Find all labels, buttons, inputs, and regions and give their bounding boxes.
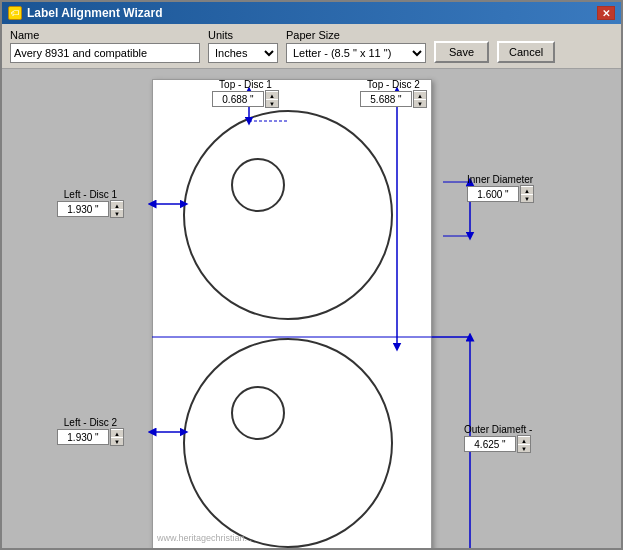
top-disc1-input[interactable] xyxy=(212,91,264,107)
window-title: Label Alignment Wizard xyxy=(27,6,162,20)
top-disc2-group: Top - Disc 2 ▲ ▼ xyxy=(360,79,427,108)
name-input[interactable] xyxy=(10,43,200,63)
paper-label: Paper Size xyxy=(286,29,426,41)
outer-diameter-down[interactable]: ▼ xyxy=(518,444,530,452)
left-disc1-up[interactable]: ▲ xyxy=(111,201,123,209)
inner-diameter-input[interactable] xyxy=(467,186,519,202)
inner-diameter-up[interactable]: ▲ xyxy=(521,186,533,194)
left-disc2-label: Left - Disc 2 xyxy=(64,417,117,428)
title-bar: 🏷 Label Alignment Wizard ✕ xyxy=(2,2,621,24)
paper-preview xyxy=(152,79,432,548)
name-field-group: Name xyxy=(10,29,200,63)
main-window: 🏷 Label Alignment Wizard ✕ Name Units In… xyxy=(0,0,623,550)
outer-diameter-labels: Outer Diam eft - xyxy=(464,424,532,435)
toolbar: Name Units Inches Millimeters Paper Size… xyxy=(2,24,621,69)
disc2-outer-circle xyxy=(183,338,393,548)
cancel-button[interactable]: Cancel xyxy=(497,41,555,63)
left-disc2-up[interactable]: ▲ xyxy=(111,429,123,437)
left-disc1-input[interactable] xyxy=(57,201,109,217)
outer-diameter-input[interactable] xyxy=(464,436,516,452)
left-disc2-down[interactable]: ▼ xyxy=(111,437,123,445)
left-disc1-group: Left - Disc 1 ▲ ▼ xyxy=(57,189,124,218)
left-disc2-spinner: ▲ ▼ xyxy=(110,428,124,446)
inner-diameter-down[interactable]: ▼ xyxy=(521,194,533,202)
top-disc1-down[interactable]: ▼ xyxy=(266,99,278,107)
title-bar-left: 🏷 Label Alignment Wizard xyxy=(8,6,162,20)
units-label: Units xyxy=(208,29,278,41)
top-disc2-label: Top - Disc 2 xyxy=(367,79,420,90)
outer-diameter-up[interactable]: ▲ xyxy=(518,436,530,444)
disc2-inner-circle xyxy=(231,386,285,440)
units-select[interactable]: Inches Millimeters xyxy=(208,43,278,63)
inner-diameter-spinner: ▲ ▼ xyxy=(520,185,534,203)
top-disc1-label: Top - Disc 1 xyxy=(219,79,272,90)
top-disc1-group: Top - Disc 1 ▲ ▼ xyxy=(212,79,279,108)
top-disc1-input-group: ▲ ▼ xyxy=(212,90,279,108)
name-label: Name xyxy=(10,29,200,41)
top-disc2-input[interactable] xyxy=(360,91,412,107)
left-disc1-spinner: ▲ ▼ xyxy=(110,200,124,218)
content-area: Top - Disc 1 ▲ ▼ Top - Disc 2 ▲ ▼ xyxy=(2,69,621,548)
disc1-outer-circle xyxy=(183,110,393,320)
units-field-group: Units Inches Millimeters xyxy=(208,29,278,63)
outer-diameter-group: Outer Diam eft - ▲ ▼ xyxy=(464,424,532,453)
paper-select[interactable]: Letter - (8.5 " x 11 ") A4 Legal xyxy=(286,43,426,63)
left-disc2-group: Left - Disc 2 ▲ ▼ xyxy=(57,417,124,446)
save-button[interactable]: Save xyxy=(434,41,489,63)
inner-diameter-group: Inner Diameter ▲ ▼ xyxy=(467,174,534,203)
left-disc1-label: Left - Disc 1 xyxy=(64,189,117,200)
top-disc2-input-group: ▲ ▼ xyxy=(360,90,427,108)
top-disc2-down[interactable]: ▼ xyxy=(414,99,426,107)
outer-diameter-spinner: ▲ ▼ xyxy=(517,435,531,453)
outer-diameter-suffix: eft - xyxy=(515,424,532,435)
outer-diameter-input-group: ▲ ▼ xyxy=(464,435,531,453)
top-disc1-up[interactable]: ▲ xyxy=(266,91,278,99)
top-disc1-spinner: ▲ ▼ xyxy=(265,90,279,108)
left-disc1-input-group: ▲ ▼ xyxy=(57,200,124,218)
top-disc2-up[interactable]: ▲ xyxy=(414,91,426,99)
disc1-inner-circle xyxy=(231,158,285,212)
inner-diameter-input-group: ▲ ▼ xyxy=(467,185,534,203)
close-button[interactable]: ✕ xyxy=(597,6,615,20)
left-disc2-input[interactable] xyxy=(57,429,109,445)
watermark: www.heritagechristian... xyxy=(157,533,252,543)
app-icon: 🏷 xyxy=(8,6,22,20)
left-disc2-input-group: ▲ ▼ xyxy=(57,428,124,446)
top-disc2-spinner: ▲ ▼ xyxy=(413,90,427,108)
inner-diameter-label: Inner Diameter xyxy=(467,174,533,185)
outer-diameter-label: Outer Diam xyxy=(464,424,515,435)
paper-field-group: Paper Size Letter - (8.5 " x 11 ") A4 Le… xyxy=(286,29,426,63)
left-disc1-down[interactable]: ▼ xyxy=(111,209,123,217)
